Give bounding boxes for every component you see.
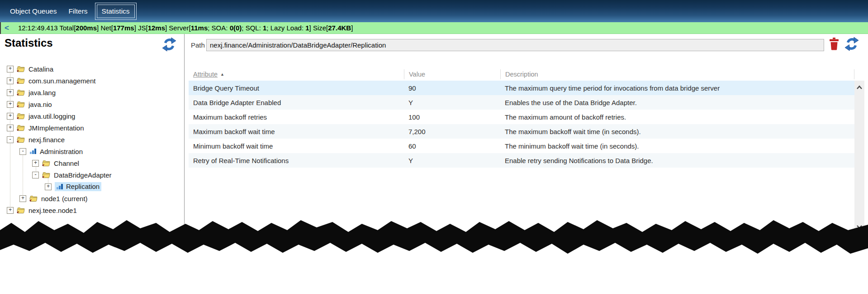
- tree-item-java-nio[interactable]: + java.nio: [0, 98, 184, 110]
- folder-icon: [17, 136, 25, 143]
- cell-value: Y: [404, 99, 500, 106]
- expand-toggle-icon[interactable]: +: [32, 160, 39, 167]
- cell-value: Y: [404, 157, 500, 164]
- tree-item-nexj-finance[interactable]: - nexj.finance: [0, 134, 184, 145]
- collapse-toggle-icon[interactable]: -: [19, 148, 26, 155]
- table-row[interactable]: Bridge Query Timeout 90 The maximum quer…: [189, 81, 854, 95]
- tab-object-queues[interactable]: Object Queues: [5, 4, 61, 19]
- cell-attribute: Maximum backoff retries: [189, 113, 404, 121]
- expand-toggle-icon[interactable]: +: [7, 125, 14, 131]
- refresh-icon[interactable]: [844, 37, 859, 51]
- tree-item-com-sun-management[interactable]: + com.sun.management: [0, 75, 184, 87]
- tab-statistics-label: Statistics: [97, 5, 135, 18]
- cell-description: Enables the use of the Data Bridge Adapt…: [500, 99, 854, 106]
- table-row[interactable]: Data Bridge Adapter Enabled Y Enables th…: [189, 95, 854, 110]
- tree-item-nexj-teee-node1[interactable]: + nexj.teee.node1: [0, 204, 184, 216]
- tree-item-catalina[interactable]: + Catalina: [0, 63, 184, 75]
- tree-item-replication[interactable]: + Replication: [0, 181, 184, 193]
- folder-icon: [42, 160, 51, 167]
- delete-trash-icon[interactable]: [829, 38, 840, 50]
- cell-value: 7,200: [404, 128, 500, 135]
- cell-attribute: Data Bridge Adapter Enabled: [189, 99, 404, 106]
- torn-edge: [0, 217, 868, 262]
- tree-item-label: nexj.teee.node1: [28, 207, 77, 214]
- sidebar-title: Statistics: [5, 37, 53, 49]
- tree-item-label: com.sun.management: [28, 77, 95, 85]
- back-arrow-icon[interactable]: <: [5, 24, 18, 33]
- folder-icon: [17, 101, 25, 108]
- column-header-value[interactable]: Value: [404, 69, 500, 79]
- cell-description: Enable retry sending Notifications to Da…: [500, 157, 854, 164]
- column-header-label: Value: [409, 71, 425, 78]
- collapse-toggle-icon[interactable]: -: [32, 172, 39, 178]
- top-tab-bar: Object Queues Filters Statistics: [0, 0, 868, 22]
- folder-icon: [17, 77, 25, 84]
- bar-chart-icon: [56, 183, 63, 190]
- cell-value: 90: [404, 84, 500, 92]
- column-header-label: Attribute: [193, 71, 218, 78]
- expand-toggle-icon[interactable]: +: [7, 89, 14, 96]
- expand-toggle-icon[interactable]: +: [45, 183, 52, 190]
- cell-description: The maximum query time period for invoca…: [500, 84, 854, 92]
- tree-item-label: JMImplementation: [28, 124, 84, 132]
- cell-attribute: Maximum backoff wait time: [189, 128, 404, 135]
- tree-item-java-util-logging[interactable]: + java.util.logging: [0, 110, 184, 122]
- tree-selection-highlight: Replication: [55, 182, 101, 191]
- folder-icon: [17, 89, 25, 96]
- expand-toggle-icon[interactable]: +: [7, 77, 14, 84]
- tree-item-label: java.nio: [28, 101, 52, 108]
- collapse-toggle-icon[interactable]: -: [7, 136, 14, 143]
- path-label: Path: [191, 41, 205, 49]
- statistics-detail-panel: Path Attribute ▲ Value Description: [185, 34, 868, 240]
- cell-description: The maximum amount of backoff retries.: [500, 113, 854, 121]
- folder-icon: [29, 195, 38, 202]
- sort-ascending-icon: ▲: [220, 72, 224, 77]
- tree-item-node1-current[interactable]: + node1 (current): [0, 193, 184, 204]
- table-header-row: Attribute ▲ Value Description: [189, 68, 854, 81]
- column-header-attribute[interactable]: Attribute ▲: [189, 69, 404, 79]
- tab-filters[interactable]: Filters: [64, 4, 92, 19]
- expand-toggle-icon[interactable]: +: [7, 66, 14, 72]
- scroll-up-icon[interactable]: [856, 83, 863, 88]
- vertical-scrollbar[interactable]: [854, 81, 864, 230]
- expand-toggle-icon[interactable]: +: [7, 101, 14, 108]
- table-row[interactable]: Minimum backoff wait time 60 The minimum…: [189, 139, 854, 153]
- table-row[interactable]: Retry of Real-Time Notifications Y Enabl…: [189, 153, 854, 168]
- tree-item-label: Administration: [40, 148, 83, 155]
- column-header-description[interactable]: Description: [500, 69, 854, 79]
- cell-description: The maximum backoff wait time (in second…: [500, 128, 854, 135]
- tab-statistics[interactable]: Statistics: [95, 3, 137, 20]
- tree-item-java-lang[interactable]: + java.lang: [0, 87, 184, 98]
- tree-item-label: Channel: [54, 159, 79, 167]
- table-row[interactable]: Maximum backoff wait time 7,200 The maxi…: [189, 124, 854, 139]
- sidebar-refresh-icon[interactable]: [162, 37, 176, 52]
- expand-toggle-icon[interactable]: +: [7, 207, 14, 214]
- statistics-sidebar: Statistics + Catalina + com.sun.manageme…: [0, 34, 185, 240]
- tree-item-label: Replication: [66, 183, 100, 190]
- tree-item-label: java.util.logging: [28, 112, 75, 120]
- folder-icon: [17, 66, 25, 72]
- tree-item-label: nexj.finance: [28, 136, 65, 144]
- folder-icon: [17, 113, 25, 120]
- tree-item-administration[interactable]: - Administration: [0, 145, 184, 157]
- cell-value: 100: [404, 113, 500, 121]
- folder-icon: [17, 125, 25, 131]
- expand-toggle-icon[interactable]: +: [19, 195, 26, 202]
- cell-attribute: Retry of Real-Time Notifications: [189, 157, 404, 164]
- folder-icon: [17, 207, 25, 214]
- mbean-tree: + Catalina + com.sun.management + java.l…: [0, 63, 184, 216]
- profiler-status-bar: < 12:12:49.413 Total[200ms] Net[177ms] J…: [0, 22, 868, 34]
- tree-item-jmimplementation[interactable]: + JMImplementation: [0, 122, 184, 134]
- tree-item-channel[interactable]: + Channel: [0, 157, 184, 169]
- path-input[interactable]: [206, 39, 824, 51]
- cell-attribute: Minimum backoff wait time: [189, 142, 404, 150]
- tree-item-label: Catalina: [28, 65, 53, 73]
- cell-description: The minimum backoff wait time (in second…: [500, 142, 854, 150]
- table-row[interactable]: Maximum backoff retries 100 The maximum …: [189, 110, 854, 124]
- tree-item-databridgeadapter[interactable]: - DataBridgeAdapter: [0, 169, 184, 181]
- expand-toggle-icon[interactable]: +: [7, 113, 14, 120]
- tree-item-label: DataBridgeAdapter: [54, 171, 112, 179]
- tree-item-label: node1 (current): [41, 195, 88, 202]
- bar-chart-icon: [29, 148, 37, 154]
- cell-value: 60: [404, 142, 500, 150]
